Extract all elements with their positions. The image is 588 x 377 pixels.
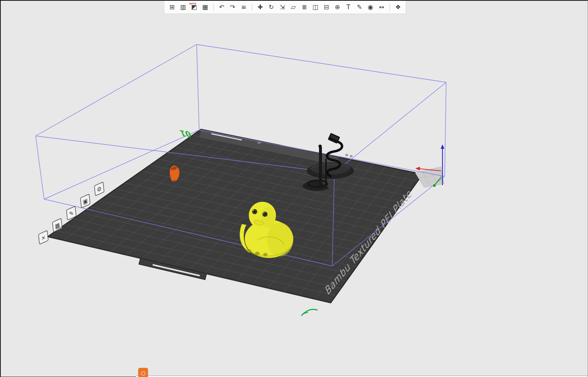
toolbar-redo-button[interactable]: ↷ — [227, 2, 238, 12]
toolbar-object-list-button[interactable]: ≡ — [239, 2, 249, 12]
toolbar-split-to-parts-button[interactable]: ⊟ — [321, 2, 331, 12]
app-window: Bambu Textured PEI Plate01⚙▣✎▦× ⊞▥◩AUTO▦… — [0, 0, 588, 377]
toolbar-scale-button[interactable]: ⇲ — [277, 2, 287, 12]
toolbar-split-to-objects-button[interactable]: ◫ — [310, 2, 320, 12]
toolbar-move-button[interactable]: ✚ — [255, 2, 265, 12]
toolbar-measure-button[interactable]: ↔ — [376, 2, 387, 12]
plate-band-mark — [345, 154, 348, 156]
toolbar-seam-paint-button[interactable]: ◉ — [365, 2, 376, 12]
toolbar-rotate-button[interactable]: ↻ — [266, 2, 276, 12]
toolbar-support-paint-button[interactable]: ✎ — [354, 2, 365, 12]
toolbar-variable-layer-height-button[interactable]: ≣ — [299, 2, 309, 12]
toolbar-divider — [213, 4, 214, 11]
toolbar-place-on-face-button[interactable]: ▱ — [288, 2, 298, 12]
toolbar-mesh-boolean-button[interactable]: ⊕ — [332, 2, 343, 12]
toolbar-divider — [252, 4, 252, 11]
toolbar-auto-badge: AUTO — [189, 3, 196, 5]
bottom-app-icon-glyph: ○ — [141, 370, 145, 376]
build-plate[interactable] — [48, 129, 423, 303]
bottom-strip — [136, 376, 588, 377]
plate-lock-plate-icon[interactable]: ▣ — [80, 194, 90, 208]
plate-edge-marker — [301, 309, 318, 316]
scene-canvas[interactable]: Bambu Textured PEI Plate01⚙▣✎▦× — [1, 1, 588, 377]
toolbar-add-button[interactable]: ⊞ — [167, 2, 177, 12]
plate-delete-plate-icon[interactable]: × — [39, 230, 49, 244]
bottom-app-icon[interactable]: ○ — [138, 368, 148, 377]
toolbar-divider — [390, 4, 390, 11]
toolbar-text-button[interactable]: T — [343, 2, 354, 12]
plate-band-mark — [257, 142, 261, 144]
plate-band-mark — [350, 155, 352, 157]
toolbar-undo-button[interactable]: ↶ — [216, 2, 227, 12]
top-toolbar: ⊞▥◩AUTO▦↶↷≡✚↻⇲▱≣◫⊟⊕T✎◉↔❖ — [164, 1, 406, 14]
toolbar-add-plate-button[interactable]: ▥ — [178, 2, 188, 12]
plate-plate-settings-icon[interactable]: ⚙ — [94, 182, 104, 196]
toolbar-auto-orient-button[interactable]: ◩AUTO — [189, 2, 199, 12]
toolbar-arrange-button[interactable]: ▦ — [200, 2, 210, 12]
viewport-3d[interactable]: Bambu Textured PEI Plate01⚙▣✎▦× — [1, 1, 588, 377]
toolbar-assembly-view-button[interactable]: ❖ — [393, 2, 403, 12]
